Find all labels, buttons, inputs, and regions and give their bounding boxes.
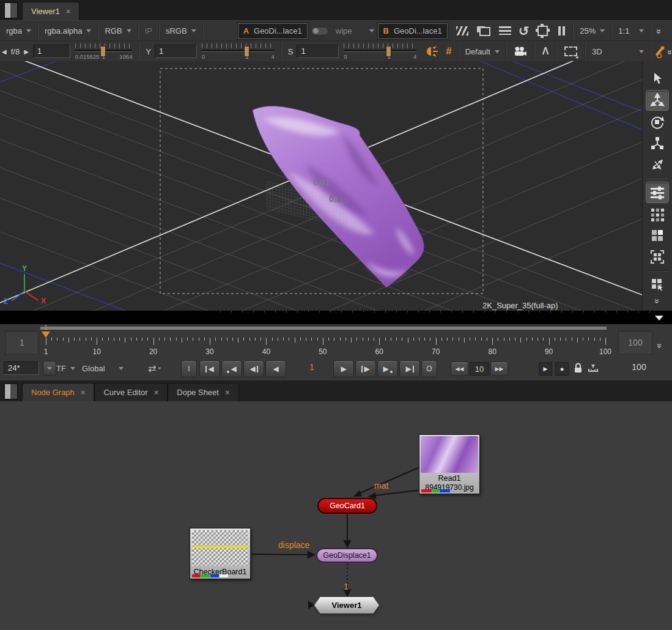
close-icon[interactable]: × [225, 388, 230, 397]
wipe-toggle[interactable] [311, 27, 328, 35]
channels-dropdown[interactable]: rgba [2, 26, 35, 35]
layout-grid-icon[interactable] [646, 204, 668, 224]
collapse-timeline-icon[interactable]: » [655, 343, 665, 347]
layer-dropdown[interactable]: rgba.alpha [41, 26, 95, 35]
refresh-icon[interactable]: ↺ [519, 24, 530, 37]
view-dimension-dropdown[interactable]: 3D [588, 47, 648, 56]
tab-node-graph[interactable]: Node Graph × [22, 383, 94, 401]
collapse-toolbar-icon[interactable]: » [654, 29, 665, 32]
jump-forward-button[interactable]: ▶▶ [490, 361, 508, 376]
goto-start-button[interactable]: ◀ [199, 360, 220, 377]
tf-dropdown[interactable]: TF [56, 361, 75, 376]
next-keyframe-button[interactable]: ▶ [377, 360, 398, 377]
selection-marquee-icon[interactable] [564, 46, 577, 56]
tab-viewer1[interactable]: Viewer1 × [22, 2, 79, 20]
wipe-mode-dropdown[interactable]: wipe [332, 26, 378, 35]
node-geodisplace1[interactable]: GeoDisplace1 [316, 548, 378, 563]
end-frame-display[interactable]: 100 [624, 362, 654, 372]
viewer-3d-viewport[interactable]: 0.01 0.1 Y X Z 2K_Super_35(full-ap) [0, 61, 642, 311]
node-read1[interactable]: Read1 894919730.jpg [419, 434, 480, 494]
timeline-tick [543, 338, 544, 341]
play-forward-button[interactable]: ▶ [333, 360, 354, 377]
collapse-toolbar-icon[interactable]: » [665, 50, 672, 53]
saturation-input[interactable]: 1 [297, 45, 339, 58]
wireframe-icon[interactable]: Λ [542, 46, 549, 57]
gain-slider[interactable]: 0.015625 1 1064 [75, 43, 133, 60]
fstop-label[interactable]: f/8 [11, 47, 20, 56]
lock-range-icon[interactable] [572, 362, 584, 374]
fstop-up-icon[interactable]: ▶ [22, 48, 31, 55]
select-tool-icon[interactable] [646, 69, 668, 89]
fstop-down-icon[interactable]: ◀ [0, 48, 9, 55]
collapse-tools-icon[interactable]: » [652, 298, 663, 302]
current-frame-display[interactable]: 1 [301, 362, 323, 372]
gain-input[interactable]: 1 [33, 45, 70, 58]
panel-corner-icon[interactable] [4, 2, 18, 18]
set-in-button[interactable]: I [181, 360, 197, 377]
panel-corner-icon[interactable] [4, 384, 18, 399]
gamma-input[interactable]: 1 [155, 45, 197, 58]
viewer-colorspace-dropdown[interactable]: sRGB [162, 26, 200, 35]
read1-thumbnail [421, 436, 478, 473]
camera-icon[interactable] [514, 46, 527, 56]
skew-tool-icon[interactable] [646, 155, 668, 175]
prev-keyframe-button[interactable]: ◀ [221, 360, 242, 377]
timeline-ruler[interactable]: 11020304050607080901001 [46, 324, 605, 357]
scanline-roi-icon[interactable] [499, 26, 511, 36]
node-geocard1[interactable]: GeoCard1 [317, 498, 377, 514]
dropdown-arrow-icon[interactable] [43, 361, 56, 376]
color-sample-icon[interactable] [654, 45, 666, 58]
tab-curve-editor[interactable]: Curve Editor × [94, 383, 168, 401]
range-scope-dropdown[interactable]: Global [82, 361, 124, 376]
range-start-box[interactable]: 1 [5, 330, 39, 355]
gamma-label: Y [146, 47, 151, 56]
display-mode-dropdown[interactable]: RGB [101, 26, 135, 35]
update-viewport-icon[interactable] [537, 26, 548, 36]
step-forward-button[interactable]: ▶ [355, 360, 376, 377]
b-buffer-selector[interactable]: B GeoDi...lace1 [378, 23, 448, 39]
gamma-slider[interactable]: 0 1 4 [202, 43, 275, 60]
flipbook-play-icon[interactable]: ▶ [539, 362, 552, 376]
frame-skip-input[interactable]: 10 [470, 362, 489, 376]
close-icon[interactable]: × [154, 388, 159, 397]
zoom-level-dropdown[interactable]: 25% [576, 26, 608, 35]
timeline-tick [385, 338, 386, 341]
monitor-out-icon[interactable] [477, 26, 490, 36]
saturation-slider[interactable]: 0 1 4 [344, 43, 416, 60]
input-process-button[interactable]: IP [141, 26, 156, 35]
range-end-box[interactable]: 100 [618, 330, 653, 355]
proxy-mode-icon[interactable] [456, 26, 468, 35]
jump-back-button[interactable]: ◀◀ [451, 361, 468, 376]
tab-dope-sheet[interactable]: Dope Sheet × [168, 383, 238, 401]
step-back-button[interactable]: ◀ [243, 360, 264, 377]
quad-view-icon[interactable] [646, 226, 668, 246]
rotate-tool-icon[interactable] [646, 112, 668, 132]
proxy-ratio-dropdown[interactable]: 1:1 [615, 26, 648, 35]
close-icon[interactable]: × [66, 7, 71, 16]
grid-overlay-icon[interactable]: # [446, 45, 451, 57]
fps-dropdown[interactable]: 24* [4, 361, 56, 376]
channel-chips [421, 489, 450, 492]
record-icon[interactable]: ● [555, 362, 569, 376]
node-checkerboard1[interactable]: CheckerBoard1 [190, 528, 251, 579]
render-flipbook-icon[interactable] [587, 362, 599, 374]
playback-mode-icon[interactable]: ⇄ [148, 361, 162, 376]
set-out-button[interactable]: O [421, 360, 437, 377]
frame-view-icon[interactable] [646, 247, 668, 267]
translate-tool-icon[interactable] [646, 90, 669, 111]
goto-end-button[interactable]: ▶ [399, 360, 420, 377]
pause-updates-icon[interactable] [558, 26, 565, 35]
playhead[interactable] [42, 332, 50, 338]
timeline-tick [572, 338, 572, 341]
grid-select-icon[interactable] [646, 274, 668, 294]
a-buffer-selector[interactable]: A GeoDi...lace1 [238, 23, 308, 39]
lighting-icon[interactable] [425, 45, 438, 57]
node-graph-canvas[interactable]: mat displace 1 Read1 894919730.jpg GeoCa… [0, 401, 672, 630]
close-icon[interactable]: × [81, 388, 86, 397]
expand-triangle-icon[interactable] [655, 316, 663, 321]
view-preset-dropdown[interactable]: Default [462, 47, 503, 56]
play-backward-button[interactable]: ◀ [265, 360, 286, 377]
node-viewer1[interactable]: Viewer1 [314, 597, 379, 613]
scale-tool-icon[interactable] [646, 133, 668, 154]
multi-slider-icon[interactable] [646, 182, 669, 203]
